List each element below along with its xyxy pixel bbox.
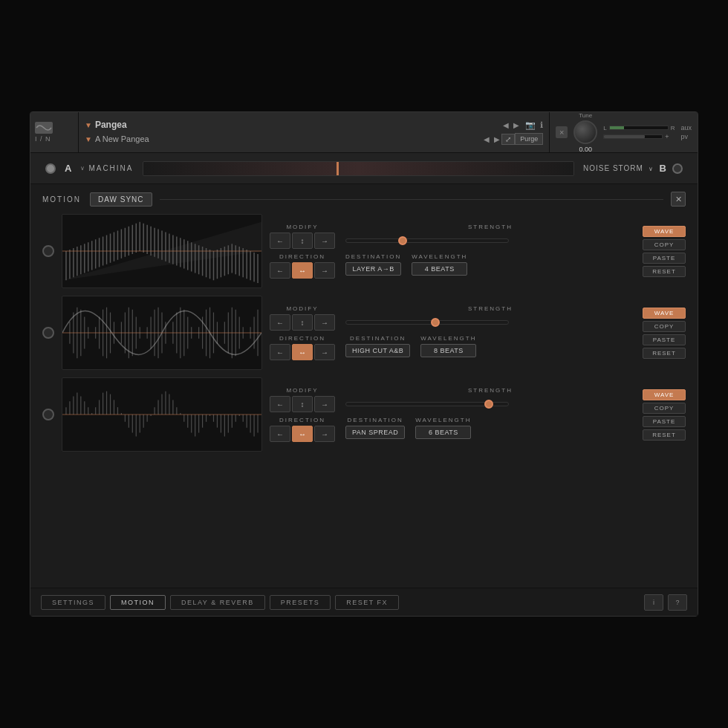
camera-icon[interactable]: 📷 [525,120,536,130]
dest-btn-2[interactable]: HIGH CUT A&B [345,344,410,357]
dest-btn-3[interactable]: PAN SPREAD [345,426,405,439]
preset-name: Pangea [95,120,501,130]
dir-right-btn-3[interactable]: → [314,426,335,442]
wave-btn-3[interactable]: WAVE [643,389,686,400]
modify-right-btn-1[interactable]: → [314,233,335,249]
copy-btn-2[interactable]: COPY [643,321,686,332]
modify-left-btn-2[interactable]: ← [270,314,290,331]
reset-fx-tab[interactable]: RESET FX [335,595,399,610]
strength-slider-2[interactable] [345,320,509,325]
delay-reverb-tab[interactable]: DELAY & REVERB [170,595,265,610]
modify-label-2: MODIFY [270,305,335,312]
preset-nav[interactable]: ◀ ▶ [501,121,521,129]
wavelength-3: WAVELENGTH 6 BEATS [415,417,471,442]
dest-label-3: DESTINATION [345,417,405,423]
layer-a-indicator[interactable] [45,163,56,174]
modify-vert-btn-3[interactable]: ↕ [292,396,313,412]
header: I / N ▼ Pangea ◀ ▶ 📷 ℹ ▼ A New Pangea ◀ … [30,112,698,153]
main-content: MOTION DAW SYNC ✕ [30,184,698,588]
controls-1: MODIFY ← ↕ → STRENGTH [270,224,635,279]
modify-left-btn-1[interactable]: ← [270,233,290,249]
sub-nav[interactable]: ◀ ▶ [482,135,501,143]
motion-toggle-1[interactable] [42,245,54,257]
settings-tab[interactable]: SETTINGS [41,595,105,610]
motion-toggle-2[interactable] [42,327,54,339]
reset-btn-1[interactable]: RESET [643,266,686,277]
dir-left-btn-3[interactable]: ← [270,426,290,442]
divider-line [160,199,663,200]
prev-sub-btn[interactable]: ◀ [482,135,491,143]
strength-slider-3[interactable] [345,402,509,406]
motion-title: MOTION [42,195,81,204]
dir-both-btn-2[interactable]: ↔ [292,344,313,360]
strength-3: STRENGTH [345,387,635,406]
presets-tab[interactable]: PRESETS [270,595,331,610]
modify-right-btn-2[interactable]: → [314,314,335,331]
meter-section: L R + [603,125,675,140]
layer-b-section: NOISE STORM ∨ B [583,163,683,174]
purge-btn[interactable]: Purge [515,133,543,145]
modify-vert-btn-2[interactable]: ↕ [292,314,313,331]
controls-top-3: MODIFY ← ↕ → STRENGTH [270,387,635,412]
dir-left-btn-2[interactable]: ← [270,344,290,360]
controls-top-1: MODIFY ← ↕ → STRENGTH [270,224,635,249]
pv-label: pv [680,133,692,140]
dest-btn-1[interactable]: LAYER A→B [345,262,401,276]
wavelength-btn-2[interactable]: 8 BEATS [420,344,476,357]
paste-btn-2[interactable]: PASTE [643,334,686,345]
dest-label-2: DESTINATION [345,335,410,342]
copy-btn-3[interactable]: COPY [643,403,686,414]
destination-2: DESTINATION HIGH CUT A&B [345,335,410,360]
info-icon[interactable]: ℹ [540,120,543,130]
modify-right-btn-3[interactable]: → [314,396,335,412]
modify-btns-1: ← ↕ → [270,233,335,249]
help-btn[interactable]: ? [668,594,687,611]
layer-b-indicator[interactable] [672,163,683,174]
next-preset-btn[interactable]: ▶ [512,121,521,129]
close-x-btn[interactable]: ✕ [671,192,686,207]
wave-display-2 [62,296,262,370]
prev-preset-btn[interactable]: ◀ [501,121,510,129]
reset-btn-2[interactable]: RESET [643,348,686,359]
reset-btn-3[interactable]: RESET [643,429,686,441]
dir-both-btn-3[interactable]: ↔ [292,426,313,442]
right-btns-1: WAVE COPY PASTE RESET [643,226,686,277]
strength-slider-1[interactable] [345,238,509,243]
daw-sync-btn[interactable]: DAW SYNC [90,192,152,207]
info-btn[interactable]: i [644,594,663,611]
paste-btn-3[interactable]: PASTE [643,416,686,427]
right-btns-3: WAVE COPY PASTE RESET [643,389,686,441]
direction-label-2: DIRECTION [270,335,335,342]
strength-label-2: STRENGTH [345,305,635,312]
right-btns-2: WAVE COPY PASTE RESET [643,308,686,359]
layer-a-dropdown[interactable]: ∨ MACHINA [80,164,133,172]
dir-left-btn-1[interactable]: ← [270,262,290,279]
wave-btn-1[interactable]: WAVE [643,226,686,237]
motion-header: MOTION DAW SYNC ✕ [42,192,686,207]
expand-btn[interactable]: ⤢ [501,134,515,145]
dir-right-btn-1[interactable]: → [314,262,335,279]
tune-knob[interactable] [573,120,597,144]
layer-crossfade-slider[interactable] [143,161,574,176]
header-right: × Tune 0.00 L R + au [549,112,698,152]
wavelength-btn-1[interactable]: 4 BEATS [412,262,467,276]
close-btn[interactable]: × [556,126,568,138]
strength-1: STRENGTH [345,224,635,243]
motion-toggle-3[interactable] [42,409,54,420]
paste-btn-1[interactable]: PASTE [643,253,686,264]
wave-btn-2[interactable]: WAVE [643,308,686,319]
direction-btns-3: ← ↔ → [270,426,335,442]
chevron-down-icon-b: ∨ [649,166,654,172]
volume-slider[interactable] [603,134,663,139]
dir-both-btn-1[interactable]: ↔ [292,262,313,279]
wavelength-btn-3[interactable]: 6 BEATS [415,426,471,439]
direction-1: DIRECTION ← ↔ → [270,253,335,279]
controls-bottom-3: DIRECTION ← ↔ → DESTINATION PAN SPREAD [270,417,635,442]
dir-right-btn-2[interactable]: → [314,344,335,360]
wave-display-3 [62,377,262,452]
modify-left-btn-3[interactable]: ← [270,396,290,412]
modify-vert-btn-1[interactable]: ↕ [292,233,313,249]
next-sub-btn[interactable]: ▶ [493,135,501,143]
copy-btn-1[interactable]: COPY [643,239,686,250]
motion-tab[interactable]: MOTION [110,595,166,610]
